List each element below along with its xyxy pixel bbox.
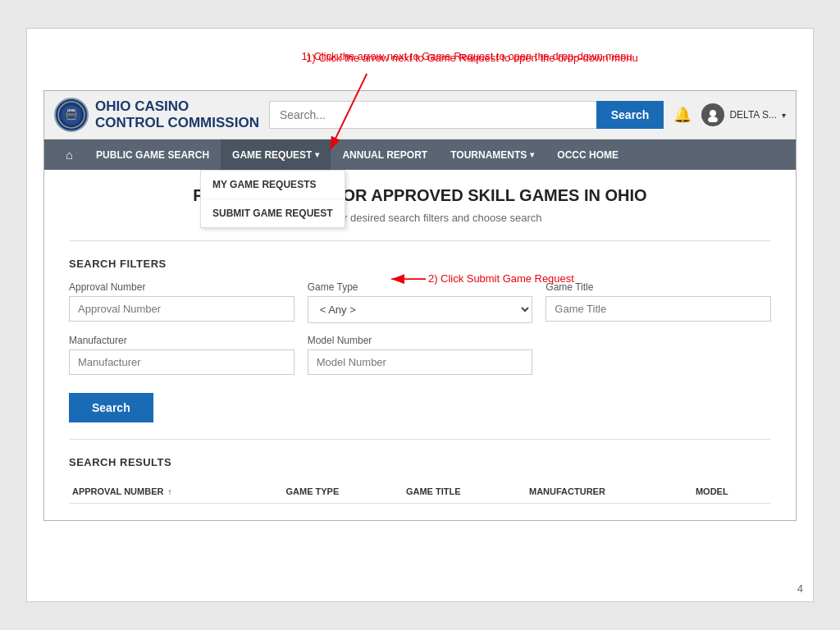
col-approval-number[interactable]: APPROVAL NUMBER ↑	[69, 480, 283, 504]
game-request-dropdown: MY GAME REQUESTS SUBMIT GAME REQUEST	[200, 170, 345, 228]
site-title: OHIO CASINO CONTROL COMMISSION	[95, 98, 259, 132]
svg-text:CASINO: CASINO	[66, 113, 76, 116]
avatar	[701, 103, 724, 126]
site-header: OHIO CASINO CONTROL OHIO CASINO CONTROL …	[44, 91, 796, 139]
spacer-group	[546, 335, 771, 375]
search-results-section: SEARCH RESULTS APPROVAL NUMBER ↑ GAME TY…	[69, 456, 771, 504]
svg-text:OHIO: OHIO	[67, 108, 75, 112]
game-title-group: Game Title	[546, 281, 771, 323]
nav-home[interactable]: ⌂	[54, 139, 84, 170]
sort-icon: ↑	[168, 487, 172, 496]
dropdown-my-game-requests[interactable]: MY GAME REQUESTS	[201, 171, 345, 199]
slide-container: 1) Click the arrow next to Game Request …	[26, 28, 814, 602]
slide-number: 4	[797, 582, 803, 595]
header-search-button[interactable]: Search	[596, 101, 664, 129]
search-filters-heading: SEARCH FILTERS	[69, 258, 771, 270]
approval-number-label: Approval Number	[69, 281, 294, 293]
manufacturer-input[interactable]	[69, 349, 294, 375]
divider	[69, 240, 771, 241]
user-dropdown-icon: ▾	[782, 111, 786, 120]
nav-occc-home[interactable]: OCCC HOME	[546, 139, 630, 170]
game-title-label: Game Title	[546, 281, 771, 293]
notification-bell-icon[interactable]: 🔔	[673, 106, 692, 124]
annotation-step1: 1) Click the arrow next to Game Request …	[306, 52, 638, 64]
model-number-group: Model Number	[308, 335, 533, 375]
svg-point-7	[708, 116, 718, 122]
game-title-input[interactable]	[546, 296, 771, 322]
browser-frame: OHIO CASINO CONTROL OHIO CASINO CONTROL …	[43, 90, 797, 521]
filter-row-2: Manufacturer Model Number	[69, 335, 771, 375]
nav-annual-report[interactable]: ANNUAL REPORT	[331, 139, 439, 170]
nav-tournaments[interactable]: TOURNAMENTS ▾	[439, 139, 546, 170]
manufacturer-label: Manufacturer	[69, 335, 294, 346]
col-model: MODEL	[692, 480, 771, 504]
approval-number-group: Approval Number	[69, 281, 294, 323]
nav-bar: ⌂ PUBLIC GAME SEARCH GAME REQUEST ▾ ANNU…	[44, 139, 796, 170]
dropdown-submit-game-request[interactable]: SUBMIT GAME REQUEST	[201, 199, 345, 227]
search-bar-area: Search	[269, 101, 664, 129]
col-game-type: GAME TYPE	[283, 480, 403, 504]
tournaments-chevron-icon: ▾	[530, 150, 534, 159]
logo-inner: OHIO CASINO CONTROL	[57, 100, 86, 130]
page-title: PUBLIC SEARCH FOR APPROVED SKILL GAMES I…	[69, 186, 771, 205]
logo-area: OHIO CASINO CONTROL OHIO CASINO CONTROL …	[54, 98, 259, 132]
col-game-title: GAME TITLE	[403, 480, 526, 504]
nav-game-request[interactable]: GAME REQUEST ▾	[221, 139, 331, 170]
results-table: APPROVAL NUMBER ↑ GAME TYPE GAME TITLE M…	[69, 480, 771, 504]
filter-row-1: Approval Number Game Type < Any > Game T…	[69, 281, 771, 323]
search-results-heading: SEARCH RESULTS	[69, 456, 771, 468]
model-number-label: Model Number	[308, 335, 533, 346]
game-type-label: Game Type	[308, 281, 533, 293]
search-input[interactable]	[269, 101, 596, 129]
game-type-select[interactable]: < Any >	[308, 296, 533, 323]
table-header-row: APPROVAL NUMBER ↑ GAME TYPE GAME TITLE M…	[69, 480, 771, 504]
main-content: PUBLIC SEARCH FOR APPROVED SKILL GAMES I…	[44, 170, 796, 520]
svg-point-6	[710, 110, 716, 116]
search-filter-button[interactable]: Search	[69, 393, 153, 422]
user-area[interactable]: DELTA S... ▾	[701, 103, 786, 126]
approval-number-input[interactable]	[69, 296, 294, 322]
user-name: DELTA S...	[729, 109, 777, 121]
nav-public-game-search[interactable]: PUBLIC GAME SEARCH	[84, 139, 221, 170]
page-subtitle: Enter your desired search filters and ch…	[69, 212, 771, 224]
divider-2	[69, 439, 771, 440]
model-number-input[interactable]	[308, 349, 533, 375]
game-request-chevron-icon: ▾	[315, 150, 319, 159]
col-manufacturer: MANUFACTURER	[526, 480, 692, 504]
search-filters-section: SEARCH FILTERS Approval Number Game Type…	[69, 258, 771, 422]
manufacturer-group: Manufacturer	[69, 335, 294, 375]
game-type-group: Game Type < Any >	[308, 281, 533, 323]
logo-circle: OHIO CASINO CONTROL	[54, 98, 89, 132]
header-right: 🔔 DELTA S... ▾	[673, 103, 786, 126]
